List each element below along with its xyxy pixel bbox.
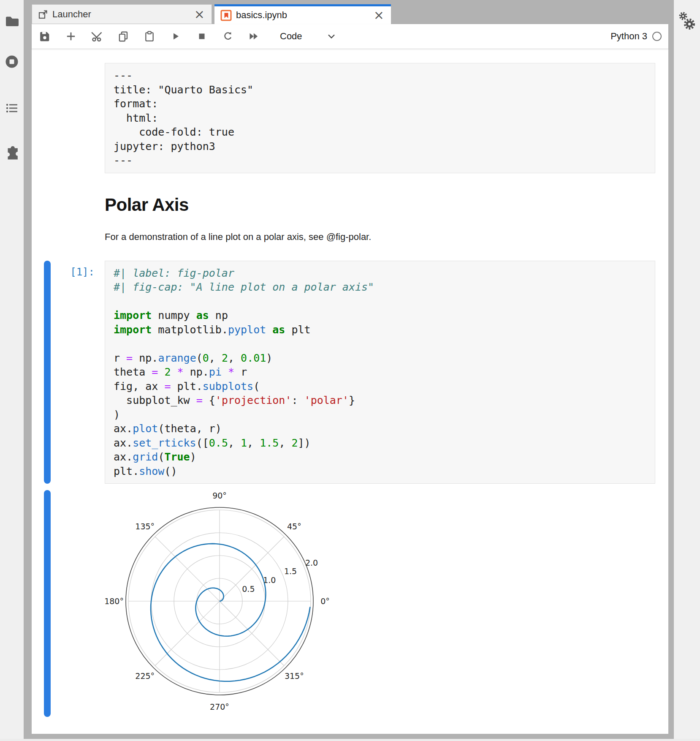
insert-cell-button[interactable] xyxy=(64,28,78,45)
raw-cell: ---title: "Quarto Basics"format: html: c… xyxy=(32,63,668,173)
cut-cells-button[interactable] xyxy=(90,28,104,45)
tab-close-button[interactable]: × xyxy=(373,9,385,22)
markdown-paragraph: For a demonstration of a line plot on a … xyxy=(105,231,655,243)
cell-gutter: [1]: xyxy=(32,261,105,484)
theta-tick-label: 90° xyxy=(212,491,227,500)
r-tick-label: 0.5 xyxy=(242,584,255,594)
sidebar-item-extensions[interactable] xyxy=(4,144,20,161)
sidebar-item-running-kernels[interactable] xyxy=(4,54,20,70)
launcher-icon xyxy=(38,9,48,19)
copy-icon xyxy=(118,31,129,42)
tab-launcher[interactable]: Launcher × xyxy=(32,4,212,24)
interrupt-kernel-button[interactable] xyxy=(195,28,209,45)
code-line: import matplotlib.pyplot as plt xyxy=(114,323,646,337)
save-icon xyxy=(39,31,50,42)
theta-tick-label: 315° xyxy=(285,671,304,681)
code-line xyxy=(114,294,646,309)
stop-circle-icon xyxy=(4,54,19,69)
run-icon xyxy=(171,31,181,41)
code-line: r = np.arange(0, 2, 0.01) xyxy=(114,351,646,365)
left-sidebar xyxy=(0,0,24,741)
cell-type-value: Code xyxy=(280,31,302,42)
code-cell: [1]: #| label: fig-polar#| fig-cap: "A l… xyxy=(32,261,668,484)
theta-tick-label: 180° xyxy=(105,597,124,606)
tab-label: Launcher xyxy=(52,9,189,20)
output-collapser[interactable] xyxy=(44,490,51,717)
chevron-down-icon xyxy=(328,34,335,39)
copy-cells-button[interactable] xyxy=(116,28,130,45)
right-sidebar xyxy=(674,0,700,741)
tab-basics-ipynb[interactable]: basics.ipynb × xyxy=(214,4,391,24)
cell-gutter xyxy=(32,63,105,173)
raw-line: html: xyxy=(114,111,646,125)
tab-bar: Launcher × basics.ipynb × xyxy=(32,4,668,24)
stop-icon xyxy=(197,31,207,41)
list-icon xyxy=(4,101,19,116)
notebook-content: ---title: "Quarto Basics"format: html: c… xyxy=(32,49,668,734)
code-line: ) xyxy=(114,408,646,422)
raw-cell-editor[interactable]: ---title: "Quarto Basics"format: html: c… xyxy=(105,63,655,173)
raw-line: format: xyxy=(114,97,646,111)
fast-forward-icon xyxy=(248,30,260,42)
run-cell-button[interactable] xyxy=(168,28,183,45)
tab-close-button[interactable]: × xyxy=(193,8,206,21)
cell-gutter xyxy=(32,490,105,718)
raw-line: code-fold: true xyxy=(114,125,646,139)
polar-plot: 0°45°90°135°180°225°270°315°0.51.01.52.0 xyxy=(105,490,341,718)
code-line xyxy=(114,337,646,351)
code-line: #| fig-cap: "A line plot on a polar axis… xyxy=(114,280,646,294)
theta-tick-label: 45° xyxy=(287,522,301,531)
tab-label: basics.ipynb xyxy=(236,10,369,21)
code-line: ax.set_rticks([0.5, 1, 1.5, 2]) xyxy=(114,436,646,450)
restart-run-all-button[interactable] xyxy=(247,28,261,45)
kernel-name: Python 3 xyxy=(610,31,647,42)
raw-line: jupyter: python3 xyxy=(114,139,646,154)
code-line: fig, ax = plt.subplots( xyxy=(114,379,646,394)
code-line: theta = 2 * np.pi * r xyxy=(114,365,646,379)
main-panel: Launcher × basics.ipynb × xyxy=(32,4,668,734)
clipboard-icon xyxy=(144,31,155,42)
sidebar-item-file-browser[interactable] xyxy=(4,14,20,30)
r-tick-label: 2.0 xyxy=(305,558,318,567)
jupyterlab-window: Launcher × basics.ipynb × xyxy=(0,0,700,741)
scissors-icon xyxy=(91,30,103,42)
theta-tick-label: 0° xyxy=(320,597,330,606)
notebook-icon xyxy=(220,10,232,21)
execution-count: [1]: xyxy=(70,266,95,278)
markdown-cell[interactable]: Polar Axis For a demonstration of a line… xyxy=(105,194,655,243)
input-collapser[interactable] xyxy=(44,261,51,484)
kernel-indicator[interactable]: Python 3 xyxy=(610,31,662,42)
polar-spiral xyxy=(151,544,310,681)
code-line: plt.show() xyxy=(114,464,646,479)
restart-icon xyxy=(222,31,233,42)
code-cell-editor[interactable]: #| label: fig-polar#| fig-cap: "A line p… xyxy=(105,261,655,484)
cell-type-select[interactable]: Code xyxy=(280,31,335,42)
window-edge xyxy=(0,739,700,741)
property-inspector-button[interactable] xyxy=(677,8,697,33)
puzzle-icon xyxy=(4,144,20,161)
plus-icon xyxy=(65,31,76,42)
folder-icon xyxy=(4,14,19,29)
code-line: ax.grid(True) xyxy=(114,450,646,464)
code-line: #| label: fig-polar xyxy=(114,266,646,281)
code-line: ax.plot(theta, r) xyxy=(114,422,646,436)
theta-tick-label: 270° xyxy=(210,702,229,711)
r-tick-label: 1.5 xyxy=(284,567,297,576)
output-cell: 0°45°90°135°180°225°270°315°0.51.01.52.0 xyxy=(32,490,668,718)
raw-line: --- xyxy=(114,153,646,168)
restart-kernel-button[interactable] xyxy=(221,28,235,45)
raw-line: --- xyxy=(114,68,646,83)
markdown-heading: Polar Axis xyxy=(105,194,655,215)
sidebar-item-table-of-contents[interactable] xyxy=(4,101,20,117)
raw-line: title: "Quarto Basics" xyxy=(114,83,646,97)
r-tick-label: 1.0 xyxy=(263,575,276,585)
theta-tick-label: 135° xyxy=(135,522,155,531)
theta-tick-label: 225° xyxy=(135,671,155,681)
code-line: subplot_kw = {'projection': 'polar'} xyxy=(114,393,646,408)
code-line: import numpy as np xyxy=(114,308,646,323)
paste-cells-button[interactable] xyxy=(142,28,157,45)
gears-icon xyxy=(677,8,697,32)
notebook-toolbar: Code Python 3 xyxy=(32,24,668,49)
save-button[interactable] xyxy=(38,28,52,45)
kernel-status-icon xyxy=(652,32,662,41)
